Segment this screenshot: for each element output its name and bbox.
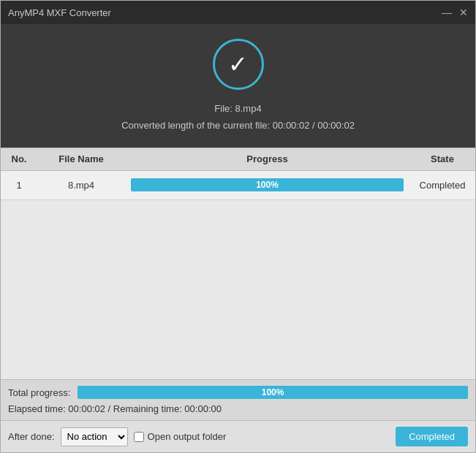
elapsed-row: Elapsed time: 00:00:02 / Remaining time:… [1,402,475,420]
after-done-row: After done: No action Shut down Hibernat… [1,420,475,452]
open-output-text: Open output folder [148,431,227,442]
window-title: AnyMP4 MXF Converter [8,7,111,18]
check-circle: ✓ [213,39,264,90]
open-output-checkbox[interactable] [134,432,144,442]
top-panel: ✓ File: 8.mp4 Converted length of the cu… [1,24,475,148]
row-state: Completed [409,180,475,191]
minimize-button[interactable]: — [442,7,452,18]
bottom-section: Total progress: 100% Elapsed time: 00:00… [1,379,475,452]
row-number: 1 [1,180,37,191]
completed-button[interactable]: Completed [396,427,468,446]
open-output-label[interactable]: Open output folder [134,431,227,442]
table-header: No. File Name Progress State [1,148,475,171]
header-state: State [409,153,475,164]
file-info: File: 8.mp4 Converted length of the curr… [121,100,355,134]
header-no: No. [1,153,37,164]
header-progress: Progress [125,153,409,164]
close-button[interactable]: ✕ [459,7,468,18]
converted-length-line: Converted length of the current file: 00… [121,117,355,134]
table-section: No. File Name Progress State 1 8.mp4 100… [1,148,475,379]
after-done-select[interactable]: No action Shut down Hibernate Exit [61,427,128,446]
main-window: AnyMP4 MXF Converter — ✕ ✓ File: 8.mp4 C… [0,0,476,453]
total-progress-label: Total progress: [8,387,70,398]
total-progress-container: 100% [78,386,468,399]
row-progress: 100% [125,178,409,191]
table-body-fill [1,200,475,379]
elapsed-text: Elapsed time: 00:00:02 / Remaining time:… [8,403,222,414]
table-row: 1 8.mp4 100% Completed [1,171,475,200]
file-name-line: File: 8.mp4 [121,100,355,117]
progress-label: 100% [256,180,279,190]
check-icon: ✓ [228,53,248,76]
after-done-label: After done: [8,431,55,442]
progress-bar-container: 100% [131,178,404,191]
title-bar: AnyMP4 MXF Converter — ✕ [1,1,475,24]
title-bar-controls: — ✕ [442,7,468,18]
row-filename: 8.mp4 [37,180,125,191]
total-progress-row: Total progress: 100% [1,380,475,402]
total-progress-display: 100% [262,387,284,397]
header-filename: File Name [37,153,125,164]
